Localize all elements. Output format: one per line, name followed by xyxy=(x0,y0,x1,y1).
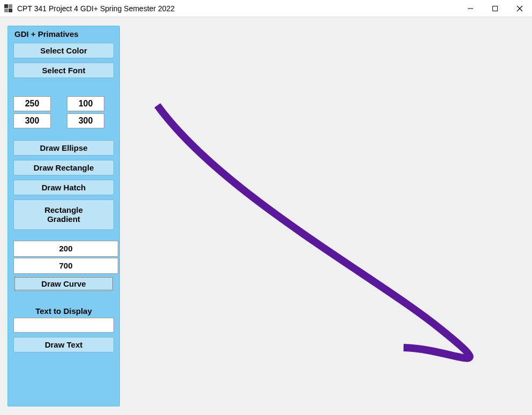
draw-rectangle-button[interactable]: Draw Rectangle xyxy=(13,160,114,175)
coord-y2-input[interactable] xyxy=(67,113,104,128)
client-area: GDI + Primatives Select Color Select Fon… xyxy=(0,17,532,415)
window-controls xyxy=(458,0,532,17)
app-icon xyxy=(4,4,13,13)
curve-points-grid xyxy=(13,241,114,274)
panel-title: GDI + Primatives xyxy=(13,28,114,43)
close-button[interactable] xyxy=(507,0,532,17)
coord-x1-input[interactable] xyxy=(13,96,51,111)
draw-curve-button[interactable]: Draw Curve xyxy=(13,276,114,291)
curve-p1x-input[interactable] xyxy=(13,241,118,257)
maximize-button[interactable] xyxy=(483,0,507,17)
draw-text-button[interactable]: Draw Text xyxy=(13,337,114,352)
curve-p3x-input[interactable] xyxy=(13,258,118,274)
minimize-button[interactable] xyxy=(458,0,483,17)
drawing-canvas xyxy=(120,17,532,415)
select-font-button[interactable]: Select Font xyxy=(13,63,114,78)
coord-row xyxy=(13,96,114,128)
title-bar: CPT 341 Project 4 GDI+ Spring Semester 2… xyxy=(0,0,532,17)
coord-y1-input[interactable] xyxy=(67,96,104,111)
svg-rect-1 xyxy=(493,6,498,11)
curve-drawing xyxy=(120,17,532,415)
window-title: CPT 341 Project 4 GDI+ Spring Semester 2… xyxy=(17,4,458,13)
draw-hatch-button[interactable]: Draw Hatch xyxy=(13,180,114,195)
rectangle-gradient-button[interactable]: Rectangle Gradient xyxy=(13,199,114,230)
select-color-button[interactable]: Select Color xyxy=(13,43,114,58)
coord-x2-input[interactable] xyxy=(13,113,51,128)
draw-ellipse-button[interactable]: Draw Ellipse xyxy=(13,140,114,156)
text-to-display-input[interactable] xyxy=(13,318,114,333)
text-to-display-label: Text to Display xyxy=(13,306,114,316)
rectangle-gradient-label: Rectangle Gradient xyxy=(16,205,111,224)
primitives-panel: GDI + Primatives Select Color Select Fon… xyxy=(7,26,120,406)
